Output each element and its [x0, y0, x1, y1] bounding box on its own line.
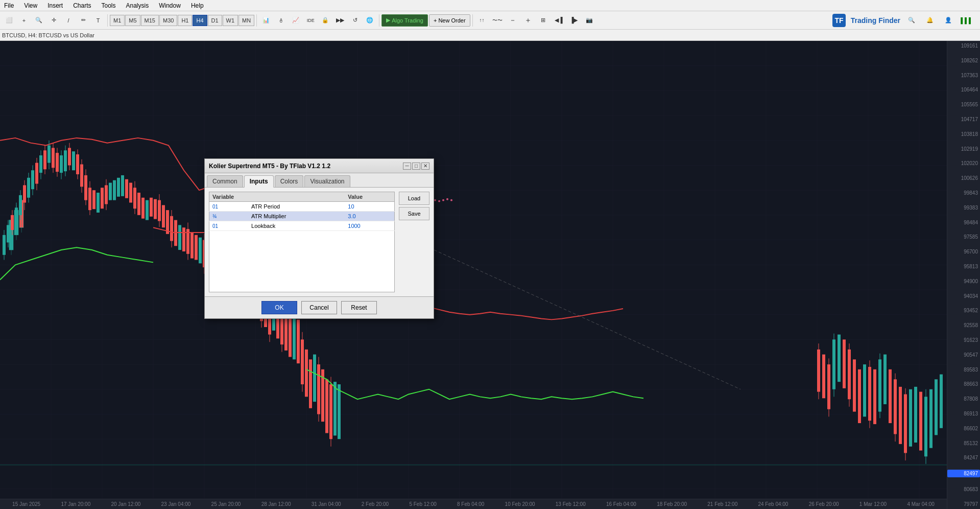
menu-window[interactable]: Window	[157, 1, 183, 10]
svg-text:TF: TF	[834, 16, 844, 25]
row-var-lookback: Lookback	[248, 221, 345, 231]
dialog-tabs: Common Inputs Colors Visualization	[205, 173, 434, 188]
line-btn[interactable]: /	[61, 13, 76, 28]
sub-toolbar: BTCUSD, H4: BTCUSD vs US Dollar	[0, 30, 980, 41]
indicator-dialog: Kolier Supertrend MT5 - By TFlab V1.2 1.…	[204, 158, 434, 319]
chart-area: 109161 108262 107363 106464 105565 10471…	[0, 41, 980, 509]
tf-d1[interactable]: D1	[208, 15, 222, 26]
load-button[interactable]: Load	[399, 192, 429, 205]
nav-left-btn[interactable]: ◀▐	[552, 13, 566, 28]
reset-button[interactable]: Reset	[341, 301, 377, 314]
sep-1	[107, 14, 108, 27]
menu-file[interactable]: File	[2, 1, 16, 10]
variables-table: Variable Value 01 ATR Period 10	[209, 192, 395, 231]
indicators-btn[interactable]: ↑↑	[475, 13, 489, 28]
refresh-btn[interactable]: ↺	[348, 13, 362, 28]
col-variable-header: Variable	[209, 192, 345, 202]
row-var-atr-period: ATR Period	[248, 202, 345, 212]
search-btn[interactable]: 🔍	[904, 13, 919, 28]
tool-group-1: ⬜ + 🔍 ✛ / ✏ T	[2, 13, 105, 28]
sep-2	[256, 14, 257, 27]
trading-finder-logo-icon: TF	[831, 13, 847, 28]
tf-w1[interactable]: W1	[223, 15, 238, 26]
chart-candle-btn[interactable]: 🕯	[274, 13, 288, 28]
zoom-out-btn[interactable]: 🔍	[32, 13, 46, 28]
tf-h1[interactable]: H1	[178, 15, 192, 26]
right-buttons: Load Save	[399, 192, 429, 292]
sep-4	[472, 14, 473, 27]
tf-h4[interactable]: H4	[193, 15, 207, 26]
dialog-table-area: Variable Value 01 ATR Period 10	[209, 192, 395, 292]
save-button[interactable]: Save	[399, 207, 429, 220]
row-icon-lookback: 01	[209, 221, 249, 231]
tf-mn[interactable]: MN	[238, 15, 254, 26]
modal-overlay: Kolier Supertrend MT5 - By TFlab V1.2 1.…	[0, 41, 980, 509]
tf-m5[interactable]: M5	[125, 15, 140, 26]
oscillator-btn[interactable]: 〜〜	[490, 13, 505, 28]
tab-colors[interactable]: Colors	[275, 175, 304, 187]
chart-symbol-info: BTCUSD, H4: BTCUSD vs US Dollar	[2, 32, 94, 38]
table-row-lookback[interactable]: 01 Lookback 1000	[209, 221, 395, 231]
menu-view[interactable]: View	[22, 1, 39, 10]
chart-type-group: 📊 🕯 📈 IDE 🔒 ▶▶ ↺ 🌐	[259, 13, 377, 28]
dialog-controls: ─ □ ✕	[403, 163, 429, 170]
ide-btn[interactable]: IDE	[303, 13, 318, 28]
lock-btn[interactable]: 🔒	[318, 13, 332, 28]
dialog-body: Variable Value 01 ATR Period 10	[205, 188, 434, 296]
grid-btn[interactable]: ⊞	[536, 13, 551, 28]
forward-btn[interactable]: ▶▶	[333, 13, 347, 28]
screenshot-btn[interactable]: 📷	[582, 13, 596, 28]
zoom-plus-btn[interactable]: ＋	[521, 13, 535, 28]
dialog-maximize-btn[interactable]: □	[412, 163, 420, 170]
account-btn[interactable]: 👤	[941, 13, 955, 28]
sep-3	[379, 14, 379, 27]
row-val-atr-multiplier[interactable]: 3.0	[345, 212, 394, 221]
dialog-title: Kolier Supertrend MT5 - By TFlab V1.2 1.…	[209, 163, 403, 170]
table-empty-area	[209, 231, 395, 292]
menu-charts[interactable]: Charts	[71, 1, 93, 10]
logo-area: TF Trading Finder 🔍 🔔 👤 ▌▌▌	[831, 13, 978, 28]
tab-visualization[interactable]: Visualization	[304, 175, 350, 187]
menu-help[interactable]: Help	[189, 1, 206, 10]
chart-bar-btn[interactable]: 📊	[259, 13, 273, 28]
tf-m30[interactable]: M30	[159, 15, 177, 26]
new-order-btn[interactable]: + New Order	[429, 14, 470, 27]
text-btn[interactable]: T	[91, 13, 105, 28]
row-val-lookback[interactable]: 1000	[345, 221, 394, 231]
notifications-btn[interactable]: 🔔	[923, 13, 937, 28]
menu-analysis[interactable]: Analysis	[124, 1, 151, 10]
dialog-footer: OK Cancel Reset	[205, 296, 434, 318]
new-chart-btn[interactable]: ⬜	[2, 13, 16, 28]
crosshair-btn[interactable]: ✛	[46, 13, 61, 28]
market-btn[interactable]: 🌐	[363, 13, 377, 28]
row-val-atr-period[interactable]: 10	[345, 202, 394, 212]
col-value-header: Value	[345, 192, 394, 202]
tab-common[interactable]: Common	[207, 175, 243, 187]
table-row-atr-period[interactable]: 01 ATR Period 10	[209, 202, 395, 212]
algo-trading-btn[interactable]: ▶ Algo Trading	[381, 14, 428, 27]
ok-button[interactable]: OK	[261, 301, 297, 314]
pen-btn[interactable]: ✏	[76, 13, 90, 28]
chart-line-btn[interactable]: 📈	[289, 13, 303, 28]
dialog-titlebar[interactable]: Kolier Supertrend MT5 - By TFlab V1.2 1.…	[205, 159, 434, 173]
dialog-content-row: Variable Value 01 ATR Period 10	[209, 192, 429, 292]
table-header-row: Variable Value	[209, 192, 395, 202]
signal-btn[interactable]: ▌▌▌	[960, 13, 974, 28]
menu-tools[interactable]: Tools	[100, 1, 118, 10]
menu-bar: File View Insert Charts Tools Analysis W…	[0, 0, 980, 11]
dialog-minimize-btn[interactable]: ─	[403, 163, 411, 170]
tf-m1[interactable]: M1	[110, 15, 125, 26]
menu-insert[interactable]: Insert	[45, 1, 65, 10]
dialog-close-btn[interactable]: ✕	[421, 163, 429, 170]
zoom-in-btn[interactable]: +	[17, 13, 31, 28]
tf-m15[interactable]: M15	[141, 15, 159, 26]
main-toolbar: ⬜ + 🔍 ✛ / ✏ T M1 M5 M15 M30 H1 H4 D1 W1 …	[0, 11, 980, 30]
tab-inputs[interactable]: Inputs	[244, 175, 274, 188]
cancel-button[interactable]: Cancel	[301, 301, 337, 314]
row-icon-atr-multiplier: ¾	[209, 212, 249, 221]
row-icon-atr-period: 01	[209, 202, 249, 212]
nav-right-btn[interactable]: ▐▶	[567, 13, 581, 28]
table-row-atr-multiplier[interactable]: ¾ ATR Multiplier 3.0	[209, 212, 395, 221]
zoom-minus-btn[interactable]: －	[506, 13, 520, 28]
logo-text: Trading Finder	[851, 16, 900, 25]
